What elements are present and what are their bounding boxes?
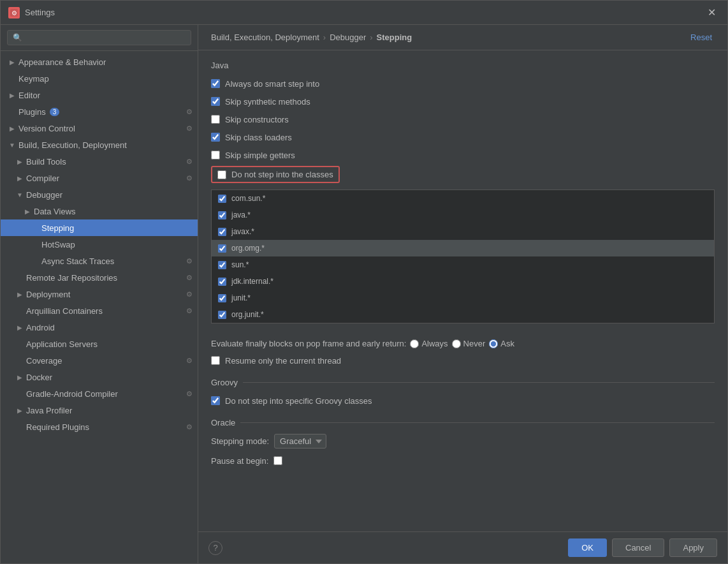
sidebar-item-editor[interactable]: ▶ Editor [1, 87, 198, 103]
groovy-do-not-step-checkbox[interactable] [211, 396, 220, 405]
resume-row: Resume only the current thread [211, 353, 715, 367]
sidebar-item-java-profiler[interactable]: ▶ Java Profiler [1, 402, 198, 419]
skip-simple-getters-row: Skip simple getters [211, 148, 715, 162]
search-input[interactable] [7, 30, 191, 45]
sidebar-item-keymap[interactable]: Keymap [1, 70, 198, 87]
oracle-section: Oracle Stepping mode: Graceful Classic P… [211, 418, 715, 468]
class-checkbox[interactable] [218, 228, 226, 236]
pause-at-begin-label: Pause at begin: [211, 456, 268, 466]
class-list-text: org.junit.* [231, 310, 264, 319]
breadcrumb-sep1: › [323, 33, 326, 42]
class-list-item[interactable]: org.omg.* [212, 240, 714, 256]
skip-class-loaders-label: Skip class loaders [225, 133, 292, 142]
cancel-button[interactable]: Cancel [612, 538, 664, 557]
java-section-label: Java [211, 61, 715, 70]
oracle-label: Oracle [211, 418, 235, 427]
sidebar-item-version-control[interactable]: ▶ Version Control ⚙ [1, 120, 198, 137]
sidebar-item-label: Compiler [26, 174, 59, 183]
sidebar-item-plugins[interactable]: Plugins 3 ⚙ [1, 103, 198, 120]
groovy-do-not-step-label: Do not step into specific Groovy classes [225, 396, 372, 406]
class-list-item[interactable]: sun.* [212, 256, 714, 273]
class-checkbox[interactable] [218, 244, 226, 253]
skip-constructors-checkbox[interactable] [211, 115, 220, 124]
reset-button[interactable]: Reset [688, 31, 715, 43]
sidebar-item-coverage[interactable]: Coverage ⚙ [1, 352, 198, 369]
sidebar-item-stepping[interactable]: Stepping [1, 219, 198, 236]
class-checkbox[interactable] [218, 278, 226, 286]
class-list-text: junit.* [231, 293, 251, 302]
radio-never: Never [452, 339, 486, 348]
skip-class-loaders-checkbox[interactable] [211, 133, 220, 142]
skip-simple-getters-label: Skip simple getters [225, 151, 295, 160]
sidebar-item-required-plugins[interactable]: Required Plugins ⚙ [1, 419, 198, 435]
pause-at-begin-checkbox[interactable] [273, 456, 282, 465]
radio-never-input[interactable] [452, 339, 461, 348]
expand-icon: ▶ [16, 175, 24, 182]
sidebar-item-gradle-android[interactable]: Gradle-Android Compiler ⚙ [1, 385, 198, 402]
class-list-text: com.sun.* [231, 194, 265, 203]
sidebar-item-label: HotSwap [41, 240, 75, 249]
class-list-item[interactable]: org.junit.* [212, 306, 714, 323]
gear-icon: ⚙ [186, 174, 193, 182]
sidebar-item-arquillian[interactable]: Arquillian Containers ⚙ [1, 302, 198, 319]
class-list-item[interactable]: jdk.internal.* [212, 273, 714, 290]
sidebar-item-debugger[interactable]: ▼ Debugger [1, 186, 198, 203]
gear-icon: ⚙ [186, 307, 193, 315]
class-list-text: jdk.internal.* [231, 277, 273, 286]
sidebar-item-build-tools[interactable]: ▶ Build Tools ⚙ [1, 153, 198, 170]
radio-always-input[interactable] [410, 339, 419, 348]
sidebar-item-android[interactable]: ▶ Android [1, 319, 198, 336]
class-checkbox[interactable] [218, 261, 226, 269]
gear-icon: ⚙ [186, 390, 193, 398]
sidebar-item-build-execution[interactable]: ▼ Build, Execution, Deployment [1, 137, 198, 153]
class-list-item[interactable]: com.sun.* [212, 190, 714, 207]
pause-at-begin-row: Pause at begin: [211, 454, 715, 468]
expand-icon: ▼ [16, 191, 24, 198]
stepping-mode-select[interactable]: Graceful Classic [274, 434, 326, 449]
breadcrumb-current: Stepping [377, 33, 412, 42]
help-button[interactable]: ? [208, 541, 222, 555]
title-bar: ⚙ Settings ✕ [1, 1, 727, 25]
sidebar-item-label: Remote Jar Repositories [26, 273, 117, 283]
class-checkbox[interactable] [218, 294, 226, 302]
sidebar-item-appearance[interactable]: ▶ Appearance & Behavior [1, 54, 198, 70]
expand-icon: ▶ [8, 59, 16, 66]
class-list-item[interactable]: junit.* [212, 290, 714, 306]
sidebar-item-label: Async Stack Traces [41, 256, 114, 266]
sidebar-item-label: Build, Execution, Deployment [18, 140, 127, 150]
class-checkbox[interactable] [218, 195, 226, 203]
sidebar-item-compiler[interactable]: ▶ Compiler ⚙ [1, 170, 198, 186]
smart-step-checkbox[interactable] [211, 79, 220, 88]
class-checkbox[interactable] [218, 311, 226, 319]
expand-icon: ▶ [24, 208, 31, 215]
class-checkbox[interactable] [218, 211, 226, 219]
divider-line [243, 382, 715, 383]
radio-ask-input[interactable] [489, 339, 498, 348]
groovy-label: Groovy [211, 378, 238, 387]
expand-icon: ▶ [16, 374, 24, 381]
class-list-item[interactable]: java.* [212, 207, 714, 223]
apply-button[interactable]: Apply [669, 538, 717, 557]
skip-simple-getters-checkbox[interactable] [211, 151, 220, 160]
sidebar-item-deployment[interactable]: ▶ Deployment ⚙ [1, 286, 198, 302]
ok-button[interactable]: OK [568, 538, 607, 557]
sidebar-item-async-stack[interactable]: Async Stack Traces ⚙ [1, 253, 198, 269]
sidebar-item-label: Required Plugins [26, 422, 89, 432]
dialog-title: Settings [25, 8, 704, 17]
resume-current-checkbox[interactable] [211, 356, 220, 365]
sidebar-item-data-views[interactable]: ▶ Data Views [1, 203, 198, 219]
class-list-item[interactable]: javax.* [212, 223, 714, 240]
sidebar-item-docker[interactable]: ▶ Docker [1, 369, 198, 385]
expand-icon: ▶ [8, 125, 16, 132]
sidebar-item-hotswap[interactable]: HotSwap [1, 236, 198, 253]
sidebar-item-label: Debugger [26, 190, 62, 200]
sidebar-item-label: Data Views [34, 207, 76, 216]
do-not-step-label: Do not step into the classes [231, 170, 333, 179]
do-not-step-box: Do not step into the classes [211, 166, 340, 183]
close-button[interactable]: ✕ [704, 5, 720, 20]
do-not-step-checkbox[interactable] [217, 170, 226, 179]
sidebar-item-app-servers[interactable]: Application Servers [1, 336, 198, 352]
skip-synthetic-checkbox[interactable] [211, 97, 220, 106]
sidebar-item-label: Editor [18, 91, 40, 100]
sidebar-item-remote-jar[interactable]: Remote Jar Repositories ⚙ [1, 269, 198, 286]
